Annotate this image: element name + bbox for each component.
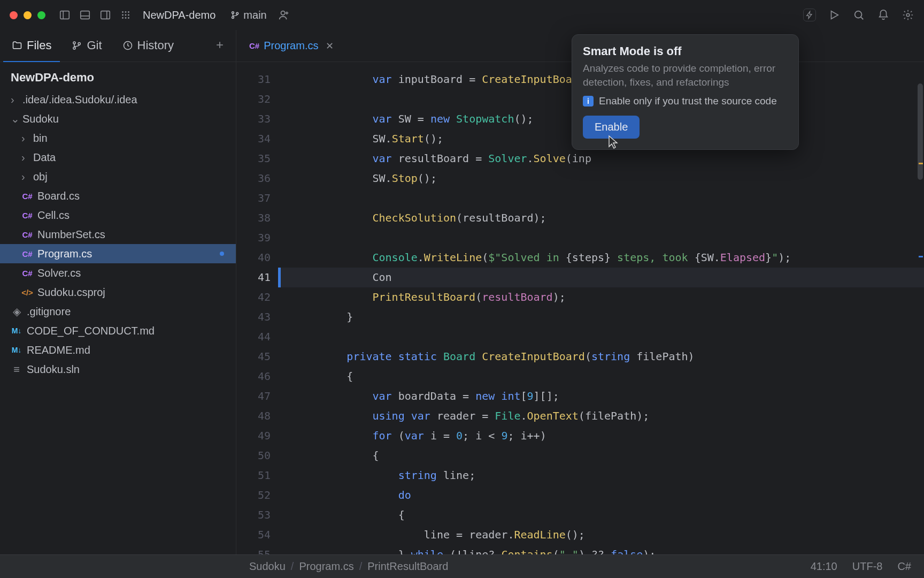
svg-point-14 (128, 17, 129, 19)
tree-folder-data[interactable]: ›Data (0, 148, 236, 167)
grid-icon[interactable] (119, 9, 132, 21)
title-bar: NewDPA-demo main (0, 0, 924, 30)
tab-history-label: History (137, 39, 174, 52)
svg-point-12 (122, 17, 124, 19)
csharp-icon: C# (21, 211, 33, 220)
svg-line-22 (861, 17, 864, 20)
svg-point-9 (122, 14, 124, 16)
svg-rect-2 (81, 11, 90, 19)
tree-folder-obj[interactable]: ›obj (0, 167, 236, 186)
sln-icon: ≡ (11, 363, 22, 376)
svg-point-7 (125, 11, 127, 13)
editor-tab-filename: Program.cs (264, 40, 318, 52)
breadcrumb-symbol: PrintResultBoard (367, 560, 448, 573)
tree-file-solver[interactable]: C#Solver.cs (0, 263, 236, 283)
svg-point-6 (122, 11, 124, 13)
svg-point-11 (128, 14, 129, 16)
maximize-window-button[interactable] (37, 11, 45, 19)
svg-point-25 (73, 47, 75, 49)
enable-button[interactable]: Enable (583, 116, 640, 139)
tree-file-program[interactable]: C#Program.cs (0, 244, 236, 263)
tree-file-csproj[interactable]: </>Sudoku.csproj (0, 283, 236, 302)
markdown-icon: M↓ (11, 346, 22, 354)
status-right: 41:10 UTF-8 C# (811, 560, 911, 573)
minimap-warning-marker (919, 163, 923, 164)
tree-file-cell[interactable]: C#Cell.cs (0, 206, 236, 225)
tree-file-sln[interactable]: ≡Sudoku.sln (0, 360, 236, 379)
svg-rect-4 (101, 11, 110, 19)
tab-git-label: Git (87, 39, 102, 52)
close-tab-icon[interactable]: ✕ (326, 40, 334, 52)
tree-file-gitignore[interactable]: ◈.gitignore (0, 302, 236, 321)
window-controls (10, 11, 45, 19)
svg-rect-0 (60, 11, 70, 19)
breadcrumb-file: Program.cs (299, 560, 353, 573)
popup-info-text: Enable only if you trust the source code (599, 95, 777, 107)
minimap[interactable] (917, 0, 924, 554)
project-header: NewDPA-demo (0, 62, 236, 90)
svg-point-8 (128, 11, 129, 13)
editor-tab-program[interactable]: C# Program.cs ✕ (242, 30, 341, 62)
tab-files[interactable]: Files (3, 30, 60, 62)
run-icon[interactable] (828, 9, 841, 21)
project-name[interactable]: NewDPA-demo (143, 9, 215, 21)
svg-point-10 (125, 14, 127, 16)
sidebar-tabs: Files Git History (0, 30, 236, 62)
status-bar: Sudoku / Program.cs / PrintResultBoard 4… (0, 554, 924, 578)
bolt-icon[interactable] (803, 9, 816, 21)
gear-icon[interactable] (902, 9, 914, 21)
line-gutter: 3132333435363738394041424344454647484950… (236, 62, 278, 554)
panel-right-icon[interactable] (99, 9, 112, 21)
csharp-icon: C# (249, 41, 259, 50)
svg-point-18 (281, 11, 284, 15)
cursor-position[interactable]: 41:10 (811, 560, 837, 573)
breadcrumb[interactable]: Sudoku / Program.cs / PrintResultBoard (249, 560, 448, 573)
tree-file-readme[interactable]: M↓README.md (0, 340, 236, 360)
sidebar: Files Git History NewDPA-demo ›.idea/.id… (0, 30, 236, 554)
panel-left-icon[interactable] (58, 9, 71, 21)
tab-git[interactable]: Git (63, 30, 110, 62)
svg-point-15 (232, 12, 234, 14)
tree-file-codeofconduct[interactable]: M↓CODE_OF_CONDUCT.md (0, 321, 236, 340)
popup-title: Smart Mode is off (583, 44, 788, 58)
minimize-window-button[interactable] (24, 11, 32, 19)
tree-file-board[interactable]: C#Board.cs (0, 186, 236, 206)
csharp-icon: C# (21, 230, 33, 239)
svg-point-24 (73, 41, 75, 43)
tree-folder-sudoku[interactable]: ⌄Sudoku (0, 109, 236, 128)
markdown-icon: M↓ (11, 326, 22, 335)
breadcrumb-separator: / (291, 560, 294, 573)
popup-info-row: i Enable only if you trust the source co… (583, 95, 788, 107)
tree-folder-idea[interactable]: ›.idea/.idea.Sudoku/.idea (0, 90, 236, 109)
breadcrumb-root: Sudoku (249, 560, 286, 573)
close-window-button[interactable] (10, 11, 18, 19)
minimap-change-marker (919, 256, 923, 257)
gitignore-icon: ◈ (11, 305, 22, 318)
breadcrumb-separator: / (359, 560, 363, 573)
csharp-icon: C# (21, 192, 33, 201)
language-mode[interactable]: C# (897, 560, 911, 573)
modified-dot-icon (220, 252, 224, 256)
git-branch[interactable]: main (230, 9, 266, 21)
svg-point-13 (125, 17, 127, 19)
file-encoding[interactable]: UTF-8 (852, 560, 883, 573)
info-icon: i (583, 96, 594, 107)
csharp-icon: C# (21, 269, 33, 278)
add-tab-button[interactable] (207, 40, 233, 52)
panel-bottom-icon[interactable] (79, 9, 91, 21)
tab-files-label: Files (27, 39, 51, 52)
search-icon[interactable] (852, 9, 865, 21)
svg-point-26 (79, 42, 81, 44)
bell-icon[interactable] (877, 9, 890, 21)
tree-file-numberset[interactable]: C#NumberSet.cs (0, 225, 236, 244)
tab-history[interactable]: History (114, 30, 182, 62)
svg-point-17 (236, 12, 238, 14)
add-collaborator-icon[interactable] (278, 9, 290, 21)
title-bar-right (803, 9, 914, 21)
svg-point-23 (906, 13, 910, 17)
csproj-icon: </> (21, 288, 33, 297)
popup-description: Analyzes code to provide completion, err… (583, 62, 788, 89)
svg-point-16 (232, 17, 234, 19)
file-tree: ›.idea/.idea.Sudoku/.idea ⌄Sudoku ›bin ›… (0, 90, 236, 379)
tree-folder-bin[interactable]: ›bin (0, 128, 236, 148)
